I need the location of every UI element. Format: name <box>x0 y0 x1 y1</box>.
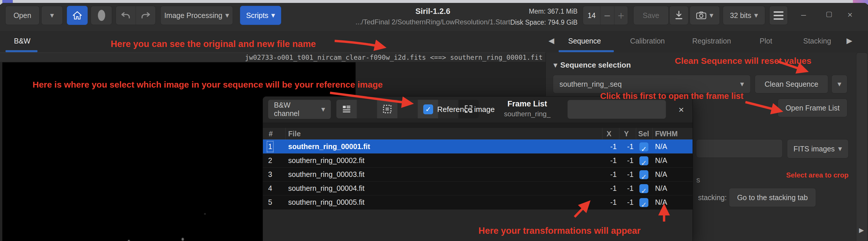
camera-icon <box>696 11 707 20</box>
spinner-value[interactable]: 14 <box>583 6 600 25</box>
filename-bar: jw02733-o001_t001_nircam_clear-f090w_i2d… <box>0 53 546 62</box>
tab-stacking[interactable]: Stacking <box>803 37 831 45</box>
open-frame-list-button[interactable]: Open Frame List <box>778 99 847 117</box>
sequence-name-input[interactable] <box>696 139 783 158</box>
row-y-shift: -1 <box>619 198 633 206</box>
tab-plot[interactable]: Plot <box>760 37 772 45</box>
clean-sequence-button[interactable]: Clean Sequence <box>755 75 828 93</box>
col-header-y[interactable]: Y <box>624 130 629 138</box>
channel-dropdown[interactable]: B&W channel ▼ <box>268 100 331 119</box>
col-header-file[interactable]: File <box>288 130 301 138</box>
home-button[interactable] <box>67 6 88 25</box>
clean-sequence-options-button[interactable]: ▼ <box>831 75 847 93</box>
chevron-down-icon: ▼ <box>50 12 54 18</box>
undo-button[interactable] <box>116 6 136 25</box>
row-selected-checkbox[interactable]: ✓ <box>640 156 648 165</box>
selection-grid-button[interactable] <box>377 100 397 118</box>
close-window-button[interactable]: × <box>844 10 857 20</box>
go-to-stacking-button[interactable]: Go to the stacking tab <box>729 188 816 207</box>
row-number: 2 <box>268 156 272 165</box>
check-icon: ✓ <box>641 145 647 153</box>
check-icon: ✓ <box>641 159 647 167</box>
sequence-tab-underline <box>559 50 614 52</box>
tab-calibration[interactable]: Calibration <box>630 37 665 45</box>
open-dropdown-button[interactable]: ▼ <box>41 6 63 25</box>
frame-table: # File X Y Sel FWHM 1southern_ring_00001… <box>263 128 692 209</box>
sequence-selection-expander[interactable]: ▼ Sequence selection <box>553 61 631 70</box>
row-selected-checkbox[interactable]: ✓ <box>640 142 648 151</box>
row-y-shift: -1 <box>619 170 633 179</box>
row-y-shift: -1 <box>619 142 633 151</box>
scripts-button[interactable]: Scripts ▼ <box>240 6 281 25</box>
row-x-shift: -1 <box>602 198 617 206</box>
image-processing-button[interactable]: Image Processing ▼ <box>160 6 233 25</box>
record-icon <box>98 10 105 21</box>
annotation-transform: Here your transformations will appear <box>478 226 641 236</box>
row-filename: southern_ring_00001.fit <box>288 142 370 151</box>
chevron-down-icon: ▼ <box>271 12 275 18</box>
col-header-fwhm[interactable]: FWHM <box>655 130 678 138</box>
redo-button[interactable] <box>136 6 156 25</box>
annotation-reference: Here is where you select which image in … <box>33 80 382 90</box>
table-row[interactable]: 4southern_ring_00004.fit-1-1✓N/A <box>263 181 692 195</box>
chevron-down-icon: ▼ <box>321 106 325 112</box>
reference-image-label: Reference image <box>437 105 495 114</box>
col-header-num[interactable]: # <box>269 130 273 138</box>
annotation-crop: Select area to crop <box>786 171 848 179</box>
tab-sequence[interactable]: Sequence <box>568 37 601 45</box>
expander-triangle-icon: ▼ <box>553 62 557 68</box>
save-as-button[interactable] <box>669 6 688 25</box>
row-fwhm: N/A <box>655 184 667 193</box>
annotation-clean: Clean Sequence will reset values <box>675 56 811 66</box>
reference-image-checkbox[interactable]: ✓ <box>423 104 433 114</box>
save-button[interactable]: Save <box>633 6 669 25</box>
col-header-sel[interactable]: Sel <box>638 130 649 138</box>
pane-expand-icon[interactable]: ▶ <box>859 227 864 234</box>
menu-button[interactable] <box>769 6 788 25</box>
row-selected-checkbox[interactable]: ✓ <box>640 198 648 207</box>
fits-images-dropdown[interactable]: FITS images ▼ <box>787 139 848 158</box>
list-view-button[interactable] <box>336 100 357 118</box>
row-selected-checkbox[interactable]: ✓ <box>640 170 648 179</box>
chevron-down-icon: ▼ <box>709 12 713 18</box>
siril-app: Open ▼ <box>0 0 868 241</box>
col-header-x[interactable]: X <box>607 130 612 138</box>
search-input[interactable] <box>575 105 669 114</box>
table-row[interactable]: 5southern_ring_00005.fit-1-1✓N/A <box>263 195 692 209</box>
dialog-close-button[interactable]: × <box>674 103 689 116</box>
row-filename: southern_ring_00005.fit <box>288 198 365 206</box>
row-x-shift: -1 <box>602 142 617 151</box>
table-row[interactable]: 1southern_ring_00001.fit-1-1✓N/A <box>263 139 692 153</box>
minus-button[interactable]: − <box>600 6 614 25</box>
check-icon: ✓ <box>641 173 647 181</box>
undo-icon <box>121 11 131 20</box>
row-number: 1 <box>268 142 272 151</box>
row-number: 3 <box>268 170 272 179</box>
maximize-button[interactable]: ▢ <box>823 10 835 18</box>
chevron-down-icon: ▼ <box>225 12 229 18</box>
plus-button[interactable]: + <box>614 6 628 25</box>
filename-text: jw02733-o001_t001_nircam_clear-f090w_i2d… <box>245 54 546 61</box>
record-button[interactable] <box>91 6 112 25</box>
panel-scrollbar[interactable] <box>856 53 868 241</box>
tabs-scroll-left-icon[interactable]: ◀ <box>549 36 554 45</box>
list-icon <box>342 104 351 114</box>
minimize-button[interactable]: – <box>797 10 810 20</box>
search-box[interactable] <box>567 100 666 119</box>
tabs-scroll-right-icon[interactable]: ▶ <box>846 36 852 45</box>
bit-depth-dropdown[interactable]: 32 bits ▼ <box>723 6 765 25</box>
tab-registration[interactable]: Registration <box>692 37 731 45</box>
chevron-down-icon: ▼ <box>740 81 744 87</box>
chevron-down-icon: ▼ <box>837 81 841 87</box>
row-fwhm: N/A <box>655 170 667 179</box>
tab-bw[interactable]: B&W <box>14 37 31 45</box>
sequence-combobox[interactable]: southern_ring_.seq ▼ <box>553 75 751 93</box>
table-row[interactable]: 3southern_ring_00003.fit-1-1✓N/A <box>263 167 692 181</box>
row-selected-checkbox[interactable]: ✓ <box>640 184 648 193</box>
open-button[interactable]: Open <box>5 6 39 25</box>
thread-spinner: 14 − + <box>583 6 628 25</box>
selection-grid-icon <box>382 104 392 114</box>
table-row[interactable]: 2southern_ring_00002.fit-1-1✓N/A <box>263 153 692 167</box>
snapshot-button[interactable]: ▼ <box>690 6 720 25</box>
row-filename: southern_ring_00004.fit <box>288 184 365 193</box>
